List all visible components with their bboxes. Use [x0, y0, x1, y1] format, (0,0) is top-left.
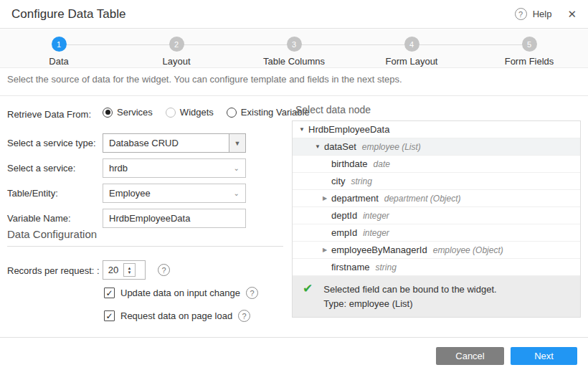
step-1-circle: 1	[52, 37, 67, 52]
records-per-request-label: Records per request: :	[7, 265, 100, 276]
tree-node-type: date	[374, 159, 390, 169]
service-type-select[interactable]: Database CRUD ▼	[103, 133, 246, 153]
spinner-buttons: ▲ ▼	[123, 263, 136, 277]
retrieve-data-from-label: Retrieve Data From:	[7, 109, 91, 120]
tree-node-type: department (Object)	[384, 194, 461, 204]
update-data-help-icon[interactable]: ?	[246, 287, 258, 299]
tree-node-type: string	[351, 176, 372, 186]
chevron-right-icon[interactable]: ▶	[318, 195, 331, 201]
update-data-checkbox-row[interactable]: ✓ Update data on input change ?	[104, 287, 258, 299]
variable-name-input[interactable]	[109, 213, 240, 224]
retrieve-data-radio-group: Services Widgets Existing Variable	[103, 107, 310, 118]
request-data-checkbox-row[interactable]: ✓ Request data on page load ?	[104, 310, 250, 322]
records-per-request-stepper[interactable]: 20 ▲ ▼	[103, 260, 146, 280]
step-table-columns[interactable]: 3 Table Columns	[235, 29, 353, 67]
checkbox-checked-icon[interactable]: ✓	[104, 288, 115, 298]
close-icon[interactable]: ✕	[567, 8, 577, 21]
tree-row-birthdate[interactable]: birthdate date	[293, 156, 580, 173]
section-divider	[7, 246, 283, 247]
step-5-label: Form Fields	[505, 56, 554, 67]
step-4-label: Form Layout	[386, 56, 438, 67]
step-description: Select the source of data for the widget…	[7, 74, 581, 85]
footer-divider	[0, 337, 588, 338]
step-layout[interactable]: 2 Layout	[118, 29, 235, 67]
data-configuration-heading: Data Configuration	[7, 228, 97, 240]
tree-row-employeebymanagerid[interactable]: ▶ employeeByManagerId employee (Object)	[293, 242, 580, 259]
step-2-label: Layout	[162, 56, 190, 67]
chevron-down-icon: ⌄	[234, 189, 240, 197]
table-entity-select[interactable]: Employee ⌄	[103, 184, 246, 203]
service-type-value: Database CRUD	[109, 138, 179, 148]
tree-node-label: birthdate	[331, 158, 368, 169]
cancel-button[interactable]: Cancel	[436, 347, 504, 365]
step-3-circle: 3	[287, 37, 302, 52]
records-value: 20	[103, 265, 123, 275]
chevron-down-icon: ▼	[229, 134, 245, 152]
tree-row-department[interactable]: ▶ department department (Object)	[293, 190, 580, 207]
tree-row-empid[interactable]: empId integer	[293, 224, 580, 242]
radio-services[interactable]: Services	[103, 107, 153, 118]
tree-node-type: employee (List)	[362, 142, 421, 152]
spinner-down-icon[interactable]: ▼	[128, 270, 132, 275]
step-4-circle: 4	[404, 37, 419, 52]
select-data-node-heading: Select data node	[295, 104, 371, 115]
tree-node-type: employee (Object)	[433, 245, 503, 255]
step-3-label: Table Columns	[263, 56, 325, 67]
variable-name-field-wrap	[103, 209, 246, 228]
tree-row-deptid[interactable]: deptId integer	[293, 207, 580, 224]
variable-name-label: Variable Name:	[7, 213, 71, 224]
status-message: Selected field can be bound to the widge…	[323, 283, 496, 297]
step-1-label: Data	[49, 56, 68, 67]
table-entity-label: Table/Entity:	[7, 188, 58, 199]
tree-node-type: integer	[363, 228, 389, 238]
tree-node-label: department	[331, 193, 379, 204]
request-data-help-icon[interactable]: ?	[238, 310, 250, 322]
help-icon[interactable]: ?	[515, 8, 527, 20]
service-type-label: Select a service type:	[7, 138, 96, 148]
service-label: Select a service:	[7, 163, 75, 174]
check-icon: ✔	[303, 283, 313, 317]
service-value: hrdb	[109, 163, 128, 174]
step-form-layout[interactable]: 4 Form Layout	[353, 29, 470, 67]
tree-row-hrdbemployeedata[interactable]: ▼ HrdbEmployeeData	[293, 121, 580, 138]
table-entity-value: Employee	[109, 188, 151, 199]
dialog-header: Configure Data Table ? Help ✕	[0, 0, 588, 29]
selection-status-panel: ✔ Selected field can be bound to the wid…	[293, 276, 580, 317]
tree-row-dataset[interactable]: ▼ dataSet employee (List)	[293, 138, 580, 156]
tree-node-label: firstname	[331, 262, 369, 272]
tree-node-label: deptId	[331, 210, 357, 221]
request-data-label: Request data on page load	[120, 310, 232, 321]
help-link[interactable]: Help	[533, 9, 552, 19]
chevron-down-icon[interactable]: ▼	[295, 126, 308, 133]
next-button[interactable]: Next	[511, 347, 577, 365]
checkbox-checked-icon[interactable]: ✓	[104, 310, 115, 321]
tree-node-label: HrdbEmployeeData	[308, 124, 389, 135]
wizard-stepper: 1 Data 2 Layout 3 Table Columns 4 Form L…	[0, 29, 588, 68]
tree-node-label: dataSet	[324, 141, 356, 152]
tree-node-label: empId	[331, 227, 357, 238]
update-data-label: Update data on input change	[120, 288, 240, 298]
radio-selected-icon	[103, 108, 113, 118]
radio-widgets[interactable]: Widgets	[166, 107, 214, 118]
radio-widgets-label: Widgets	[180, 107, 214, 118]
chevron-down-icon[interactable]: ▼	[311, 143, 324, 150]
records-help-icon[interactable]: ?	[158, 264, 170, 276]
dialog-title: Configure Data Table	[11, 7, 125, 22]
tree-node-label: employeeByManagerId	[331, 245, 427, 255]
step-form-fields[interactable]: 5 Form Fields	[470, 29, 588, 67]
radio-unselected-icon	[166, 108, 176, 118]
step-5-circle: 5	[522, 37, 537, 52]
chevron-right-icon[interactable]: ▶	[318, 247, 331, 253]
radio-services-label: Services	[117, 107, 153, 118]
step-data[interactable]: 1 Data	[0, 29, 118, 67]
chevron-down-icon: ⌄	[234, 164, 240, 172]
tree-row-firstname[interactable]: firstname string	[293, 259, 580, 276]
description-divider	[0, 95, 588, 96]
step-2-circle: 2	[169, 37, 184, 52]
service-select[interactable]: hrdb ⌄	[103, 158, 246, 178]
status-type: Type: employee (List)	[323, 297, 496, 311]
tree-row-city[interactable]: city string	[293, 173, 580, 190]
data-node-tree: ▼ HrdbEmployeeData ▼ dataSet employee (L…	[292, 120, 581, 318]
tree-node-type: string	[375, 262, 396, 272]
tree-node-label: city	[331, 176, 346, 186]
